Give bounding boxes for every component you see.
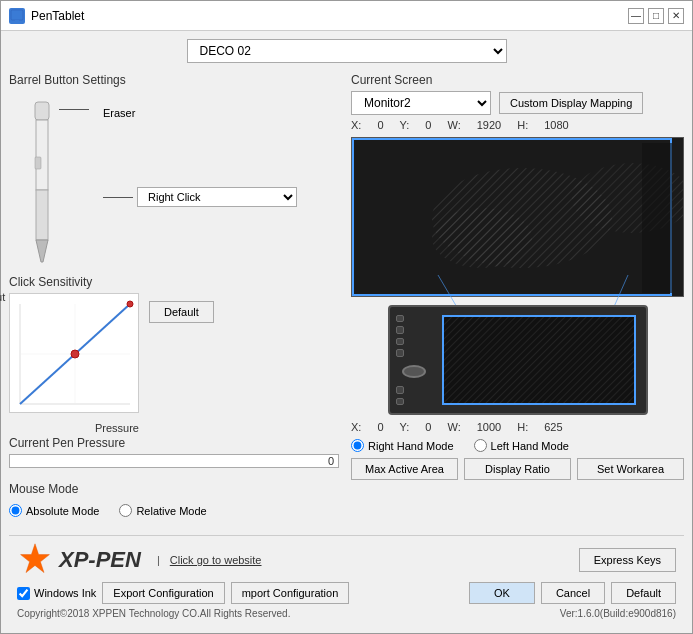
pressure-bar: 0 [9, 454, 339, 468]
device-row: DECO 02 [9, 39, 684, 63]
absolute-mode-radio[interactable]: Absolute Mode [9, 504, 99, 517]
left-hand-input[interactable] [474, 439, 487, 452]
svg-point-19 [432, 208, 532, 268]
import-button[interactable]: mport Configuration [231, 582, 350, 604]
tablet-h-label: H: [517, 421, 528, 433]
right-hand-radio[interactable]: Right Hand Mode [351, 439, 454, 452]
tablet-active-area [442, 315, 636, 405]
mouse-mode-section: Mouse Mode Absolute Mode Relative Mode [9, 482, 339, 517]
relative-radio-input[interactable] [119, 504, 132, 517]
hand-mode-row: Right Hand Mode Left Hand Mode [351, 439, 684, 452]
xppen-text: XP-PEN [59, 547, 141, 573]
max-active-area-button[interactable]: Max Active Area [351, 458, 458, 480]
xppen-row: XP-PEN | Click go to website Express Key… [17, 542, 676, 578]
mouse-mode-label: Mouse Mode [9, 482, 339, 496]
screen-x-value: 0 [377, 119, 383, 131]
display-ratio-button[interactable]: Display Ratio [464, 458, 571, 480]
eraser-row: Eraser [103, 107, 297, 119]
eraser-connector [59, 109, 89, 110]
device-select[interactable]: DECO 02 [187, 39, 507, 63]
svg-point-14 [127, 301, 133, 307]
tablet-side-buttons [390, 307, 438, 413]
cancel-button[interactable]: Cancel [541, 582, 605, 604]
title-bar-controls: — □ ✕ [628, 8, 684, 24]
current-screen-label: Current Screen [351, 73, 684, 87]
version-text: Ver:1.6.0(Build:e900d816) [560, 608, 676, 619]
left-hand-label: Left Hand Mode [491, 440, 569, 452]
screen-coords: X: 0 Y: 0 W: 1920 H: 1080 [351, 119, 684, 131]
screen-h-label: H: [517, 119, 528, 131]
screen-y-value: 0 [425, 119, 431, 131]
right-hand-input[interactable] [351, 439, 364, 452]
pressure-label: Pressure [95, 422, 139, 434]
pen-pressure-section: Current Pen Pressure 0 [9, 436, 339, 468]
left-hand-radio[interactable]: Left Hand Mode [474, 439, 569, 452]
barrel-labels: Eraser Right Click Left Click Middle Cli… [103, 97, 297, 207]
close-button[interactable]: ✕ [668, 8, 684, 24]
svg-rect-4 [36, 120, 48, 190]
svg-marker-27 [21, 544, 50, 573]
windows-ink-checkbox[interactable] [17, 587, 30, 600]
maximize-button[interactable]: □ [648, 8, 664, 24]
window-title: PenTablet [31, 9, 84, 23]
minimize-button[interactable]: — [628, 8, 644, 24]
bottom-area: XP-PEN | Click go to website Express Key… [9, 535, 684, 625]
barrel-dropdown[interactable]: Right Click Left Click Middle Click Disa… [137, 187, 297, 207]
right-panel: Current Screen Monitor1 Monitor2 Custom … [351, 73, 684, 529]
ok-button[interactable]: OK [469, 582, 535, 604]
screen-header: Monitor1 Monitor2 Custom Display Mapping [351, 91, 684, 115]
final-btn-row: Windows Ink Export Configuration mport C… [17, 582, 676, 604]
default-btn-area: Default [149, 297, 214, 323]
svg-rect-6 [36, 190, 48, 240]
main-window: PenTablet — □ ✕ DECO 02 Barrel Button Se… [0, 0, 693, 634]
sensitivity-graph[interactable] [9, 293, 139, 413]
copyright-row: Copyright©2018 XPPEN Technology CO.All R… [17, 608, 676, 619]
main-content: DECO 02 Barrel Button Settings [1, 31, 692, 633]
xppen-logo[interactable]: XP-PEN [17, 542, 141, 578]
screen-preview-svg [352, 138, 683, 296]
xppen-icon [17, 542, 53, 578]
tablet-coords: X: 0 Y: 0 W: 1000 H: 625 [351, 421, 684, 433]
pen-diagram [17, 97, 97, 257]
tablet-area-svg [444, 317, 634, 403]
absolute-radio-input[interactable] [9, 504, 22, 517]
screen-preview [351, 137, 684, 297]
default-button[interactable]: Default [149, 301, 214, 323]
custom-mapping-button[interactable]: Custom Display Mapping [499, 92, 643, 114]
screen-w-label: W: [447, 119, 460, 131]
svg-point-13 [71, 350, 79, 358]
windows-ink-label[interactable]: Windows Ink [17, 587, 96, 600]
sensitivity-graph-area: OutPut [9, 293, 339, 416]
app-icon [9, 8, 25, 24]
tablet-diagram [388, 305, 648, 415]
tablet-x-label: X: [351, 421, 361, 433]
tablet-diagram-area [351, 305, 684, 415]
absolute-label: Absolute Mode [26, 505, 99, 517]
tablet-side-btn-2 [396, 326, 404, 333]
relative-mode-radio[interactable]: Relative Mode [119, 504, 206, 517]
set-workarea-button[interactable]: Set Workarea [577, 458, 684, 480]
tablet-dial [402, 365, 426, 378]
tablet-w-label: W: [447, 421, 460, 433]
sensitivity-section: Click Sensitivity OutPut [9, 275, 339, 416]
sensitivity-label: Click Sensitivity [9, 275, 339, 289]
relative-label: Relative Mode [136, 505, 206, 517]
svg-rect-22 [642, 143, 672, 293]
svg-rect-26 [444, 317, 634, 403]
panels: Barrel Button Settings [9, 73, 684, 529]
tablet-h-value: 625 [544, 421, 562, 433]
svg-rect-5 [35, 157, 41, 169]
eraser-label: Eraser [103, 107, 135, 119]
right-hand-label: Right Hand Mode [368, 440, 454, 452]
export-button[interactable]: Export Configuration [102, 582, 224, 604]
monitor-select[interactable]: Monitor1 Monitor2 [351, 91, 491, 115]
tablet-y-value: 0 [425, 421, 431, 433]
default2-button[interactable]: Default [611, 582, 676, 604]
screen-x-label: X: [351, 119, 361, 131]
pressure-value: 0 [328, 455, 334, 467]
title-bar-left: PenTablet [9, 8, 84, 24]
xppen-click-link[interactable]: Click go to website [170, 554, 262, 566]
screen-w-value: 1920 [477, 119, 501, 131]
barrel-label: Barrel Button Settings [9, 73, 339, 87]
express-keys-button[interactable]: Express Keys [579, 548, 676, 572]
